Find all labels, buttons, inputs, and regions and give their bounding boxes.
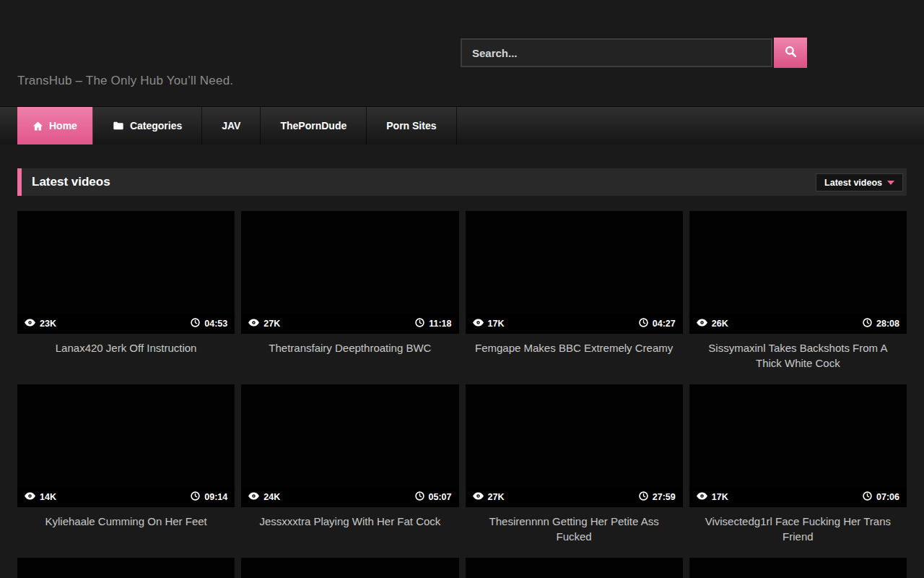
nav-item-categories[interactable]: Categories	[93, 107, 202, 144]
video-card[interactable]	[466, 558, 683, 578]
duration-stat: 09:14	[191, 491, 227, 503]
nav-item-home[interactable]: Home	[17, 107, 93, 144]
nav-item-label: Porn Sites	[386, 120, 436, 131]
video-thumbnail[interactable]: 14K 09:14	[17, 384, 235, 507]
nav-item-label: JAV	[222, 120, 240, 131]
clock-icon	[415, 318, 424, 329]
video-card[interactable]: 23K 04:53 Lanax420 Jerk Off Instruction	[17, 211, 235, 384]
video-card[interactable]: 26K 28:08 Sissymaxinl Takes Backshots Fr…	[689, 211, 907, 384]
video-title[interactable]: Vivisectedg1rl Face Fucking Her Trans Fr…	[689, 514, 907, 544]
site-header: TransHub – The Only Hub You’ll Need.	[0, 0, 924, 106]
video-thumbnail[interactable]: 23K 04:53	[17, 211, 235, 334]
video-stats-bar: 17K 07:06	[689, 487, 907, 507]
views-stat: 27K	[248, 319, 280, 329]
view-count: 17K	[488, 319, 505, 329]
home-icon	[32, 121, 43, 131]
video-card[interactable]	[17, 558, 235, 578]
view-count: 14K	[40, 492, 56, 502]
video-stats-bar: 14K 09:14	[17, 487, 235, 507]
duration-stat: 05:07	[415, 491, 452, 503]
video-card[interactable]: 27K 27:59 Thesirennnn Getting Her Petite…	[466, 384, 683, 558]
video-duration: 11:18	[429, 319, 451, 329]
main-nav: Home Categories JAV ThePornDude Porn Sit…	[0, 106, 924, 144]
nav-item-label: ThePornDude	[280, 120, 346, 131]
site-tagline: TransHub – The Only Hub You’ll Need.	[17, 74, 233, 88]
nav-item-jav[interactable]: JAV	[202, 107, 261, 144]
views-stat: 17K	[473, 319, 505, 329]
video-thumbnail[interactable]	[689, 558, 907, 578]
search-button[interactable]	[774, 38, 807, 68]
views-stat: 27K	[473, 492, 505, 502]
views-stat: 14K	[25, 492, 56, 502]
duration-stat: 04:53	[191, 318, 227, 329]
view-count: 27K	[263, 319, 280, 329]
clock-icon	[191, 318, 200, 329]
clock-icon	[863, 318, 872, 329]
eye-icon	[248, 319, 259, 329]
views-stat: 17K	[697, 492, 728, 502]
clock-icon	[191, 491, 200, 503]
search-form	[461, 38, 807, 68]
duration-stat: 04:27	[639, 318, 676, 329]
video-title[interactable]: Femgape Makes BBC Extremely Creamy	[466, 340, 683, 355]
search-input[interactable]	[461, 38, 772, 67]
views-stat: 26K	[697, 319, 728, 329]
video-thumbnail[interactable]: 27K 11:18	[241, 211, 458, 334]
video-title[interactable]: Thetransfairy Deepthroating BWC	[241, 340, 458, 355]
eye-icon	[697, 492, 707, 502]
video-card[interactable]: 14K 09:14 Kyliehaale Cumming On Her Feet	[17, 384, 235, 558]
eye-icon	[25, 492, 35, 502]
latest-videos-section-header: Latest videos Latest videos	[17, 168, 907, 196]
view-count: 24K	[263, 492, 280, 502]
video-duration: 04:53	[204, 319, 227, 329]
view-count: 26K	[712, 319, 728, 329]
magnifier-icon	[784, 45, 798, 61]
video-card[interactable]: 24K 05:07 Jessxxxtra Playing With Her Fa…	[241, 384, 458, 558]
video-title[interactable]: Kyliehaale Cumming On Her Feet	[17, 514, 235, 529]
video-title[interactable]: Thesirennnn Getting Her Petite Ass Fucke…	[466, 514, 683, 544]
video-stats-bar: 27K 11:18	[241, 314, 458, 334]
folder-icon	[113, 120, 124, 131]
view-count: 27K	[488, 492, 505, 502]
video-title[interactable]: Sissymaxinl Takes Backshots From A Thick…	[689, 340, 907, 371]
duration-stat: 07:06	[863, 491, 899, 503]
views-stat: 23K	[25, 319, 56, 329]
section-title: Latest videos	[32, 175, 110, 189]
video-thumbnail[interactable]: 26K 28:08	[689, 211, 907, 334]
video-stats-bar: 27K 27:59	[466, 487, 683, 507]
eye-icon	[25, 319, 35, 329]
nav-item-porn-sites[interactable]: Porn Sites	[367, 107, 456, 144]
video-thumbnail[interactable]: 24K 05:07	[241, 384, 458, 507]
duration-stat: 11:18	[415, 318, 451, 329]
video-title[interactable]: Jessxxxtra Playing With Her Fat Cock	[241, 514, 458, 529]
video-thumbnail[interactable]: 27K 27:59	[466, 384, 683, 507]
video-thumbnail[interactable]: 17K 04:27	[466, 211, 683, 334]
nav-item-label: Home	[49, 120, 77, 131]
video-stats-bar: 24K 05:07	[241, 487, 458, 507]
eye-icon	[473, 319, 484, 329]
eye-icon	[697, 319, 707, 329]
video-card[interactable]	[241, 558, 458, 578]
view-count: 23K	[40, 319, 56, 329]
nav-item-theporndude[interactable]: ThePornDude	[261, 107, 367, 144]
video-card[interactable]: 17K 04:27 Femgape Makes BBC Extremely Cr…	[466, 211, 683, 384]
video-thumbnail[interactable]: 17K 07:06	[689, 384, 907, 507]
duration-stat: 27:59	[639, 491, 676, 503]
caret-down-icon	[887, 181, 894, 185]
video-duration: 04:27	[653, 319, 676, 329]
sort-dropdown-button[interactable]: Latest videos	[816, 173, 903, 191]
view-count: 17K	[712, 492, 728, 502]
video-card[interactable]	[689, 558, 907, 578]
nav-item-label: Categories	[130, 120, 182, 131]
clock-icon	[863, 491, 872, 503]
video-duration: 09:14	[204, 492, 227, 502]
video-card[interactable]: 17K 07:06 Vivisectedg1rl Face Fucking He…	[689, 384, 907, 558]
eye-icon	[473, 492, 484, 502]
video-title[interactable]: Lanax420 Jerk Off Instruction	[17, 340, 235, 355]
video-thumbnail[interactable]	[241, 558, 458, 578]
video-thumbnail[interactable]	[17, 558, 235, 578]
duration-stat: 28:08	[863, 318, 899, 329]
eye-icon	[248, 492, 259, 502]
video-thumbnail[interactable]	[466, 558, 683, 578]
video-card[interactable]: 27K 11:18 Thetransfairy Deepthroating BW…	[241, 211, 458, 384]
